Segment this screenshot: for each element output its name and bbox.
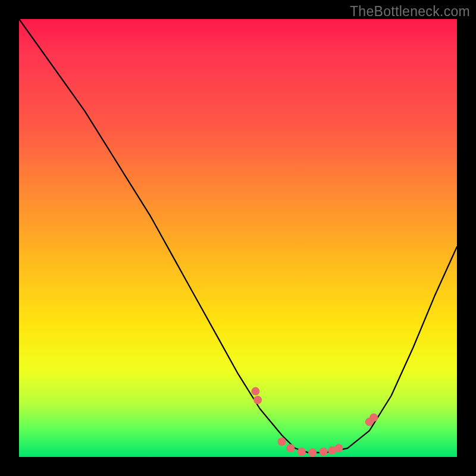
marker-point: [320, 447, 328, 456]
chart-frame: TheBottleneck.com: [0, 0, 476, 476]
watermark-label: TheBottleneck.com: [350, 4, 470, 20]
marker-point: [308, 449, 317, 457]
bottleneck-curve: [19, 19, 457, 453]
plot-area: [19, 19, 457, 457]
marker-point: [369, 414, 378, 422]
marker-point: [286, 444, 295, 452]
marker-point: [334, 444, 343, 452]
marker-point: [251, 387, 259, 396]
chart-svg: [19, 19, 457, 457]
marker-point: [278, 437, 286, 446]
marker-point: [298, 447, 306, 456]
marker-point: [253, 396, 262, 404]
